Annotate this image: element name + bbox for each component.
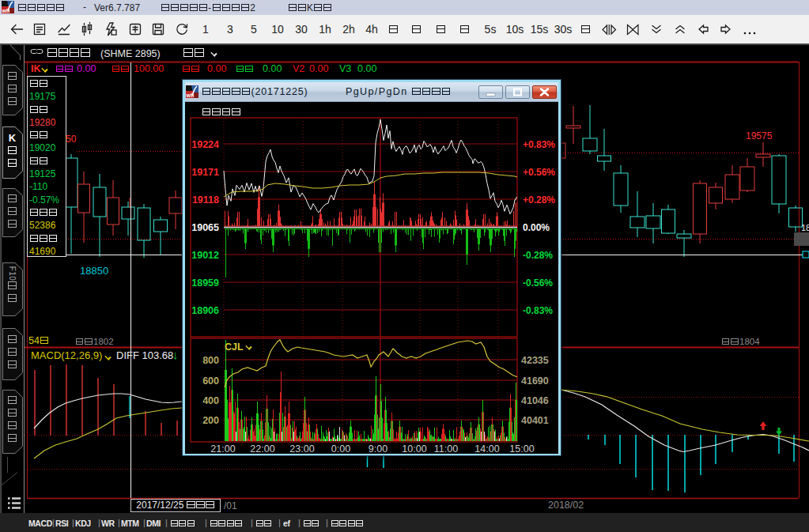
svg-text:19065: 19065 <box>191 222 219 233</box>
svg-text:10:00: 10:00 <box>402 443 426 454</box>
svg-text:41690: 41690 <box>521 375 549 387</box>
svg-text:40401: 40401 <box>521 415 549 426</box>
svg-text:-0.28%: -0.28% <box>523 250 553 261</box>
svg-text:19224: 19224 <box>191 139 219 150</box>
svg-text:800: 800 <box>202 355 219 366</box>
svg-text:wh: wh <box>2 8 9 13</box>
svg-text:41046: 41046 <box>521 395 549 406</box>
svg-text:+0.83%: +0.83% <box>523 139 555 150</box>
svg-text:-0.83%: -0.83% <box>523 305 553 316</box>
svg-text:600: 600 <box>202 375 219 387</box>
svg-text:9:00: 9:00 <box>369 443 387 454</box>
svg-text:wh: wh <box>186 92 194 98</box>
svg-text:14:00: 14:00 <box>474 443 499 454</box>
svg-text:22:00: 22:00 <box>250 443 274 454</box>
svg-text:19171: 19171 <box>191 167 219 178</box>
svg-text:+0.56%: +0.56% <box>523 167 555 178</box>
svg-text:-0.56%: -0.56% <box>523 277 553 289</box>
svg-text:+0.28%: +0.28% <box>523 194 555 206</box>
svg-text:0.00%: 0.00% <box>523 222 550 233</box>
svg-text:15:00: 15:00 <box>509 443 534 454</box>
svg-text:42335: 42335 <box>521 355 549 366</box>
svg-text:200: 200 <box>202 415 219 426</box>
svg-text:0:00: 0:00 <box>331 443 350 454</box>
svg-text:18906: 18906 <box>191 305 219 316</box>
svg-text:21:00: 21:00 <box>210 443 235 454</box>
svg-text:18959: 18959 <box>191 277 219 289</box>
svg-text:11:00: 11:00 <box>434 443 458 454</box>
svg-text:19012: 19012 <box>191 250 219 261</box>
svg-text:23:00: 23:00 <box>289 443 314 454</box>
svg-text:400: 400 <box>202 395 219 406</box>
svg-text:19118: 19118 <box>192 194 219 206</box>
